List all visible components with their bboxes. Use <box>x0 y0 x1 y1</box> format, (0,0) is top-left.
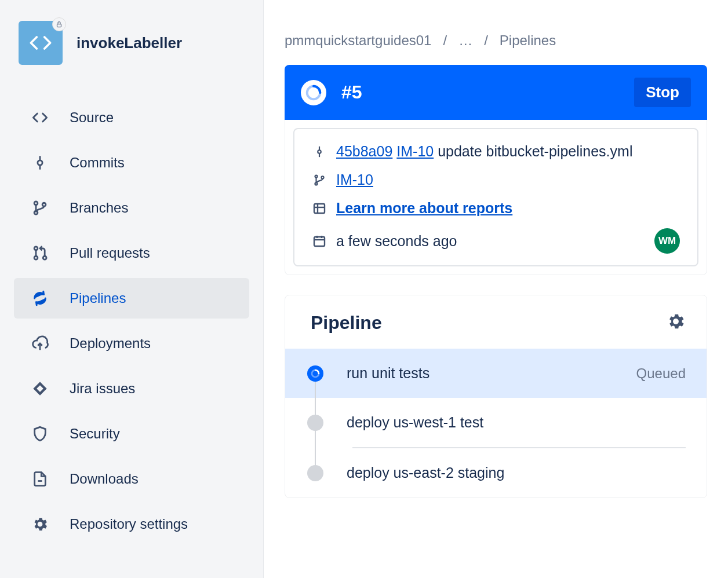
gear-icon <box>31 515 49 533</box>
breadcrumb-ellipsis[interactable]: … <box>458 32 472 49</box>
branch-link[interactable]: IM-10 <box>336 171 373 188</box>
run-summary-wrapper: 45b8a09 IM-10 update bitbucket-pipelines… <box>285 120 707 275</box>
svg-point-12 <box>318 150 321 153</box>
sidebar-item-commits[interactable]: Commits <box>14 142 249 183</box>
reports-row: Learn more about reports <box>312 200 680 217</box>
running-status-icon <box>301 80 326 105</box>
sidebar-item-source[interactable]: Source <box>14 97 249 138</box>
pipeline-title: Pipeline <box>311 312 382 334</box>
svg-point-4 <box>34 202 38 205</box>
reports-link[interactable]: Learn more about reports <box>336 200 512 217</box>
pull-request-icon <box>31 245 49 261</box>
sidebar-item-pull-requests[interactable]: Pull requests <box>14 233 249 273</box>
run-number: #5 <box>341 82 619 103</box>
run-summary-card: 45b8a09 IM-10 update bitbucket-pipelines… <box>293 128 698 266</box>
file-icon <box>31 471 49 487</box>
pipeline-step[interactable]: deploy us-east-2 staging <box>285 448 707 497</box>
breadcrumb: pmmquickstartguides01 / … / Pipelines <box>285 32 707 49</box>
gear-icon <box>666 312 686 331</box>
step-status-pending-icon <box>307 415 323 431</box>
pipeline-step[interactable]: run unit tests Queued <box>285 349 707 398</box>
commit-message: update bitbucket-pipelines.yml <box>438 143 632 159</box>
sidebar-item-label: Repository settings <box>70 516 188 532</box>
sidebar-item-security[interactable]: Security <box>14 414 249 454</box>
commit-hash-link[interactable]: 45b8a09 <box>336 143 392 159</box>
repo-name: invokeLabeller <box>77 34 182 52</box>
svg-point-6 <box>42 203 46 206</box>
svg-rect-0 <box>57 24 61 27</box>
calendar-icon <box>312 234 327 248</box>
sidebar-item-label: Source <box>70 109 114 126</box>
sidebar-item-jira-issues[interactable]: Jira issues <box>14 368 249 409</box>
pipeline-panel-header: Pipeline <box>285 295 707 349</box>
cloud-upload-icon <box>31 335 49 352</box>
repo-avatar <box>19 21 63 65</box>
svg-point-15 <box>315 175 317 177</box>
pipeline-step-list: run unit tests Queued deploy us-west-1 t… <box>285 349 707 497</box>
step-status-pending-icon <box>307 465 323 481</box>
lock-icon <box>52 17 66 31</box>
pipelines-icon <box>31 290 49 306</box>
sidebar-nav: Source Commits Branches Pull requests Pi… <box>14 97 249 544</box>
stop-button[interactable]: Stop <box>634 78 691 107</box>
breadcrumb-workspace[interactable]: pmmquickstartguides01 <box>285 32 431 49</box>
svg-point-17 <box>321 176 323 178</box>
sidebar-item-repository-settings[interactable]: Repository settings <box>14 504 249 544</box>
code-icon <box>31 109 49 126</box>
sidebar-item-label: Pipelines <box>70 290 126 306</box>
breadcrumb-page[interactable]: Pipelines <box>500 32 556 49</box>
sidebar-item-downloads[interactable]: Downloads <box>14 459 249 499</box>
pipeline-settings-button[interactable] <box>666 312 686 334</box>
sidebar-item-branches[interactable]: Branches <box>14 188 249 228</box>
shield-icon <box>31 426 49 442</box>
jira-icon <box>31 381 49 397</box>
branch-icon <box>312 174 327 186</box>
sidebar-item-deployments[interactable]: Deployments <box>14 323 249 364</box>
sidebar-item-label: Pull requests <box>70 245 150 261</box>
svg-rect-21 <box>314 237 325 246</box>
breadcrumb-separator: / <box>484 32 488 49</box>
sidebar-item-label: Jira issues <box>70 381 135 397</box>
main-content: pmmquickstartguides01 / … / Pipelines #5… <box>264 0 728 578</box>
pipeline-step[interactable]: deploy us-west-1 test <box>285 398 707 447</box>
sidebar-item-label: Security <box>70 426 120 442</box>
reports-icon <box>312 202 327 215</box>
step-label: run unit tests <box>347 365 613 382</box>
step-status-text: Queued <box>636 365 686 382</box>
svg-point-7 <box>34 247 38 250</box>
sidebar-item-label: Branches <box>70 200 128 216</box>
step-status-running-icon <box>307 365 323 382</box>
time-row: a few seconds ago WM <box>312 228 680 254</box>
commit-row: 45b8a09 IM-10 update bitbucket-pipelines… <box>312 143 680 160</box>
step-label: deploy us-west-1 test <box>347 414 686 431</box>
sidebar-item-label: Deployments <box>70 335 151 352</box>
pipeline-panel: Pipeline run unit tests Queued deploy us… <box>285 295 707 498</box>
svg-point-8 <box>34 256 38 259</box>
run-header: #5 Stop <box>285 65 707 120</box>
issue-key-link[interactable]: IM-10 <box>396 143 434 159</box>
run-time: a few seconds ago <box>336 233 457 250</box>
svg-point-1 <box>38 160 42 165</box>
svg-rect-18 <box>314 204 325 213</box>
branch-icon <box>31 200 49 216</box>
commit-icon <box>31 155 49 171</box>
commit-icon <box>312 145 327 158</box>
breadcrumb-separator: / <box>443 32 447 49</box>
sidebar-item-pipelines[interactable]: Pipelines <box>14 278 249 319</box>
branch-row: IM-10 <box>312 171 680 188</box>
step-label: deploy us-east-2 staging <box>347 464 686 481</box>
repo-header: invokeLabeller <box>14 21 249 65</box>
svg-point-9 <box>43 256 46 259</box>
sidebar-item-label: Commits <box>70 155 125 171</box>
sidebar: invokeLabeller Source Commits Branches P… <box>0 0 264 578</box>
sidebar-item-label: Downloads <box>70 471 139 487</box>
user-avatar[interactable]: WM <box>654 228 680 254</box>
